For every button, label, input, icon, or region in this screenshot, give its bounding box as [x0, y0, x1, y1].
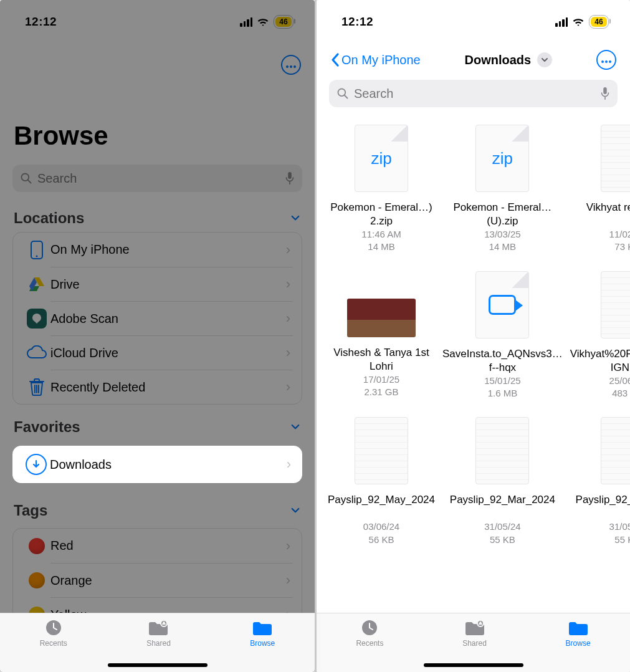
cellular-icon [555, 17, 568, 27]
search-icon [20, 172, 32, 185]
chevron-right-icon: › [286, 310, 293, 327]
file-name: Pokemon - Emeral…(U).zip [441, 201, 564, 228]
file-item[interactable]: Payslip_92_Apr_202431/05/2455 KB [569, 417, 630, 546]
file-date: 11/02/25 [609, 228, 630, 241]
trash-icon [29, 378, 45, 396]
svg-line-9 [345, 95, 348, 98]
home-indicator[interactable] [108, 663, 208, 667]
search-field[interactable] [12, 165, 302, 192]
location-icloud[interactable]: iCloud Drive› [13, 335, 302, 370]
location-on-my-iphone[interactable]: On My iPhone› [13, 233, 302, 267]
wifi-icon [572, 17, 585, 27]
favorites-label: Favorites [14, 418, 80, 436]
search-field[interactable] [329, 80, 618, 107]
tag-orange[interactable]: Orange› [13, 563, 302, 597]
file-item[interactable]: SaveInsta.to_AQNsvs3…f--hqx15/01/251.6 M… [441, 271, 564, 400]
file-name: Vishesh & Tanya 1st Lohri [327, 346, 436, 373]
zip-icon: zip [355, 125, 408, 192]
file-size: 483 KB [612, 387, 630, 400]
gdrive-icon [28, 276, 45, 292]
cellular-icon [240, 17, 252, 27]
status-time: 12:12 [25, 15, 57, 29]
document-icon [475, 417, 529, 484]
photo-thumbnail [347, 299, 416, 337]
file-size: 2.31 GB [364, 386, 398, 398]
document-icon [355, 417, 408, 484]
file-date: 31/05/24 [484, 521, 520, 533]
chevron-right-icon: › [286, 276, 293, 292]
location-recently-deleted[interactable]: Recently Deleted› [13, 370, 302, 404]
tags-header[interactable]: Tags [0, 488, 315, 524]
home-indicator[interactable] [424, 663, 523, 667]
title-menu-button[interactable] [537, 52, 552, 67]
file-size: 55 KB [614, 534, 630, 546]
download-icon [26, 454, 47, 475]
tab-recents[interactable]: Recents [356, 618, 383, 672]
search-input[interactable] [354, 87, 595, 101]
back-label: On My iPhone [341, 53, 421, 67]
chevron-right-icon: › [286, 572, 293, 588]
file-size: 73 KB [614, 241, 630, 253]
chevron-right-icon: › [286, 345, 293, 361]
tag-dot [29, 538, 45, 554]
file-name: Pokemon - Emeral…) 2.zip [327, 201, 436, 228]
status-time: 12:12 [341, 15, 373, 29]
chevron-left-icon [330, 52, 340, 67]
tab-browse[interactable]: Browse [566, 618, 591, 672]
chevron-down-icon [541, 56, 548, 64]
favorite-downloads[interactable]: Downloads › [12, 446, 302, 483]
chevron-down-icon [290, 421, 301, 433]
mic-icon[interactable] [600, 87, 610, 100]
svg-point-4 [36, 255, 38, 257]
file-item[interactable]: Vishesh & Tanya 1st Lohri17/01/252.31 GB [327, 271, 436, 400]
clock-icon [360, 618, 379, 637]
more-button[interactable] [596, 50, 616, 70]
file-item[interactable]: Payslip_92_May_202403/06/2456 KB [327, 417, 436, 546]
svg-line-1 [28, 180, 31, 183]
browse-screen: 12:12 46 Browse Locations On My iPhone› [0, 0, 315, 672]
tag-dot [29, 572, 45, 588]
search-input[interactable] [37, 171, 280, 186]
more-button[interactable] [281, 55, 301, 75]
search-icon [336, 87, 349, 100]
files-grid: zipPokemon - Emeral…) 2.zip11:46 AM14 MB… [317, 111, 630, 560]
file-item[interactable]: zipPokemon - Emeral…(U).zip13/03/2514 MB [441, 125, 564, 254]
location-drive[interactable]: Drive› [13, 267, 302, 301]
tab-browse[interactable]: Browse [250, 618, 275, 672]
favorites-header[interactable]: Favorites [0, 405, 315, 441]
downloads-screen: 12:12 46 On My iPhone Downloads zipPok [317, 0, 630, 672]
file-date: 15/01/25 [484, 375, 520, 387]
document-icon [601, 271, 630, 338]
file-date: 31/05/24 [609, 521, 630, 533]
file-date: 13/03/25 [484, 228, 520, 241]
tag-red[interactable]: Red› [13, 529, 302, 563]
tab-recents[interactable]: Recents [40, 618, 67, 672]
video-icon [475, 271, 529, 338]
file-name: SaveInsta.to_AQNsvs3…f--hqx [441, 347, 564, 375]
file-size: 14 MB [489, 241, 516, 253]
file-item[interactable]: Vikhyat%20Rishi%20-…IGNED25/06/24483 KB [569, 271, 630, 400]
file-name: Payslip_92_Apr_2024 [575, 493, 630, 521]
file-size: 14 MB [368, 241, 394, 253]
locations-label: Locations [14, 209, 84, 227]
locations-list: On My iPhone› Drive› Adobe Scan› iCloud … [12, 232, 302, 405]
chevron-right-icon: › [286, 242, 293, 258]
locations-header[interactable]: Locations [0, 196, 315, 232]
file-date: 03/06/24 [363, 521, 399, 533]
location-adobe-scan[interactable]: Adobe Scan› [13, 301, 302, 335]
iphone-icon [30, 240, 44, 260]
file-date: 17/01/25 [363, 373, 399, 386]
battery-icon: 46 [589, 15, 609, 29]
shared-folder-icon [148, 619, 169, 636]
back-button[interactable]: On My iPhone [330, 52, 421, 67]
zip-icon: zip [475, 125, 529, 192]
mic-icon[interactable] [285, 171, 295, 185]
file-item[interactable]: zipPokemon - Emeral…) 2.zip11:46 AM14 MB [327, 125, 436, 254]
file-item[interactable]: Payslip_92_Mar_202431/05/2455 KB [441, 417, 564, 546]
file-item[interactable]: Vikhyat resume-211/02/2573 KB [569, 125, 630, 254]
wifi-icon [257, 17, 269, 27]
status-bar: 12:12 46 [0, 0, 315, 36]
document-icon [601, 417, 630, 484]
svg-rect-2 [288, 172, 292, 179]
chevron-down-icon [290, 505, 301, 516]
